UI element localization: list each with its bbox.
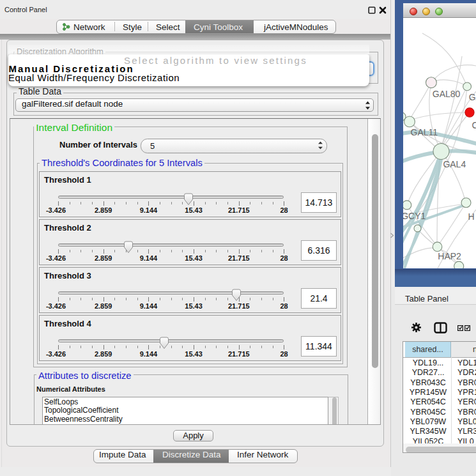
svg-text:GA: GA bbox=[469, 92, 476, 102]
svg-text:C: C bbox=[472, 120, 476, 130]
svg-text:GAL4: GAL4 bbox=[443, 159, 466, 169]
svg-text:GCY1: GCY1 bbox=[403, 211, 426, 221]
svg-text:H: H bbox=[468, 211, 475, 222]
svg-text:GAL11: GAL11 bbox=[411, 127, 438, 137]
svg-text:HAP2: HAP2 bbox=[438, 251, 461, 261]
svg-text:GAL80: GAL80 bbox=[433, 89, 461, 99]
